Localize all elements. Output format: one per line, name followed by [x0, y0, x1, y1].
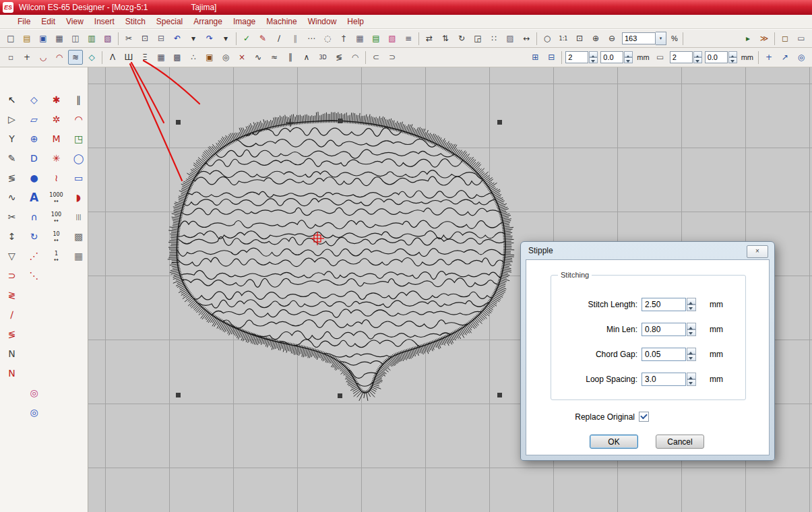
- min-length-input[interactable]: [642, 323, 686, 336]
- dotted-run-tool[interactable]: ⋱: [25, 267, 43, 284]
- arc-tool[interactable]: ◠: [69, 111, 88, 128]
- background-icon[interactable]: ▨: [503, 31, 518, 46]
- spin-down-button[interactable]: [624, 57, 633, 63]
- column-tool[interactable]: |||: [69, 209, 88, 226]
- check-design-icon[interactable]: ✓: [239, 31, 254, 46]
- cancel-button[interactable]: Cancel: [656, 435, 704, 449]
- select-object-icon[interactable]: ▫: [3, 50, 18, 65]
- underlay-offset-input[interactable]: [705, 51, 728, 63]
- paste-icon[interactable]: ⊟: [154, 31, 168, 46]
- grid-settings-icon[interactable]: ⊞: [528, 50, 542, 65]
- slant-run-tool[interactable]: ∕: [3, 307, 21, 323]
- run-line-icon[interactable]: ∕: [272, 31, 286, 46]
- chord-gap-input[interactable]: [642, 348, 686, 361]
- redo-dropdown-icon[interactable]: ▾: [218, 31, 233, 46]
- digitize-run-tool[interactable]: ✎: [3, 150, 21, 167]
- spin-down-button[interactable]: [728, 57, 737, 63]
- zoom-icon[interactable]: ○: [540, 31, 555, 46]
- spin-down-button[interactable]: [687, 305, 696, 311]
- center-design-icon[interactable]: ◎: [794, 50, 809, 65]
- menu-item-image[interactable]: Image: [228, 15, 261, 28]
- spin-up-button[interactable]: [693, 51, 702, 57]
- menu-item-file[interactable]: File: [12, 15, 36, 28]
- spin-down-button[interactable]: [687, 379, 696, 386]
- stitch-length-100-tool[interactable]: 100 ↔: [47, 209, 65, 226]
- curve-node-tool[interactable]: N: [3, 346, 21, 362]
- stitch-spacing-icon[interactable]: ▭: [653, 50, 668, 65]
- branch-select-tool[interactable]: Y: [3, 131, 21, 148]
- new-design-icon[interactable]: □: [3, 31, 18, 46]
- tatami-fill-icon[interactable]: ▦: [154, 50, 168, 65]
- spin-up-button[interactable]: [687, 323, 696, 329]
- spin-down-button[interactable]: [687, 329, 696, 336]
- menu-item-machine[interactable]: Machine: [261, 15, 302, 28]
- sharp-zigzag-tool[interactable]: ≶: [3, 326, 21, 343]
- satin-line-icon[interactable]: ∥: [288, 31, 303, 46]
- e-stitch-icon[interactable]: Ш: [121, 50, 136, 65]
- stitch-length-input[interactable]: [642, 298, 686, 311]
- block-digitize-tool[interactable]: ▱: [25, 111, 43, 128]
- applique-tool[interactable]: ◗: [69, 189, 88, 206]
- open-design-icon[interactable]: ▤: [20, 31, 34, 46]
- undo-icon[interactable]: ↶: [170, 31, 185, 46]
- copy-icon[interactable]: ⊡: [137, 31, 152, 46]
- horseshoe-tool[interactable]: ⊃: [3, 267, 21, 284]
- move-design-icon[interactable]: ↗: [778, 50, 792, 65]
- design-properties-icon[interactable]: ≡: [401, 31, 416, 46]
- spin-down-button[interactable]: [693, 57, 702, 63]
- open-curve-icon[interactable]: ◡: [36, 50, 51, 65]
- select-tool[interactable]: ↖: [3, 92, 21, 108]
- zoom-out-icon[interactable]: ⊖: [604, 31, 619, 46]
- wave-fill-icon[interactable]: ≈: [267, 50, 282, 65]
- rotate-icon[interactable]: ↻: [454, 31, 469, 46]
- curve-node-red-tool[interactable]: N: [3, 365, 21, 382]
- slow-redraw-icon[interactable]: ≫: [757, 31, 772, 46]
- select-box-icon[interactable]: ◌: [320, 31, 335, 46]
- snap-grid-icon[interactable]: ⊟: [544, 50, 559, 65]
- trapunto-icon[interactable]: ◠: [348, 50, 363, 65]
- menu-item-help[interactable]: Help: [342, 15, 369, 28]
- reshape-object-icon[interactable]: +: [20, 50, 34, 65]
- stitch-length-1000-tool[interactable]: 1000 ↔: [47, 189, 65, 206]
- column-stitch-icon[interactable]: ‖: [283, 50, 298, 65]
- hatch-fill-tool[interactable]: ∥: [69, 92, 88, 108]
- globe-fill-tool[interactable]: ⊕: [25, 131, 43, 148]
- stitch-length-10-tool[interactable]: 10 ↔: [47, 228, 65, 245]
- measure-icon[interactable]: ↔: [519, 31, 534, 46]
- underlay-icon[interactable]: ⊂: [369, 50, 383, 65]
- spin-up-button[interactable]: [624, 51, 633, 57]
- pattern-fill-icon[interactable]: ▩: [170, 50, 185, 65]
- feather-edge-icon[interactable]: ≶: [332, 50, 346, 65]
- menu-item-special[interactable]: Special: [151, 15, 188, 28]
- array-icon[interactable]: ∷: [487, 31, 501, 46]
- zoom-box-icon[interactable]: ⊡: [572, 31, 587, 46]
- satin-stitch-icon[interactable]: Ξ: [137, 50, 152, 65]
- menu-item-view[interactable]: View: [61, 15, 89, 28]
- stitch-player-icon[interactable]: ▸: [741, 31, 755, 46]
- thread-palette-icon[interactable]: ▧: [385, 31, 400, 46]
- corner-shape-tool[interactable]: ◳: [69, 131, 88, 148]
- stitch-length-1-tool[interactable]: 1 ↔: [47, 248, 65, 265]
- scale-icon[interactable]: ◲: [470, 31, 485, 46]
- reshape-tool[interactable]: ◇: [25, 92, 43, 108]
- ellipse-tool[interactable]: ◯: [69, 150, 88, 167]
- lettering-tool[interactable]: A: [25, 189, 43, 206]
- contour-stitch-icon[interactable]: ◎: [218, 50, 233, 65]
- color-film-icon[interactable]: ▤: [369, 31, 383, 46]
- menu-item-stitch[interactable]: Stitch: [120, 15, 151, 28]
- spin-down-button[interactable]: [687, 354, 696, 361]
- spin-up-button[interactable]: [687, 298, 696, 305]
- fan-fill-tool[interactable]: ▽: [3, 248, 21, 265]
- stitch-angle-tool[interactable]: ⋰: [25, 248, 43, 265]
- target-end-tool[interactable]: ◎: [25, 404, 43, 421]
- mirror-x-icon[interactable]: ⇄: [422, 31, 437, 46]
- zigzag-run-tool[interactable]: ≶: [3, 170, 21, 187]
- menu-item-insert[interactable]: Insert: [89, 15, 120, 28]
- cut-icon[interactable]: ✂: [121, 31, 136, 46]
- monogram-tool[interactable]: ∩: [25, 209, 43, 226]
- write-to-card-icon[interactable]: ▧: [100, 31, 115, 46]
- bead-run-tool[interactable]: ✳: [47, 150, 65, 167]
- zoom-level-input[interactable]: [622, 32, 656, 44]
- target-start-tool[interactable]: ◎: [25, 385, 43, 402]
- scissors-tool[interactable]: ✂: [3, 209, 21, 226]
